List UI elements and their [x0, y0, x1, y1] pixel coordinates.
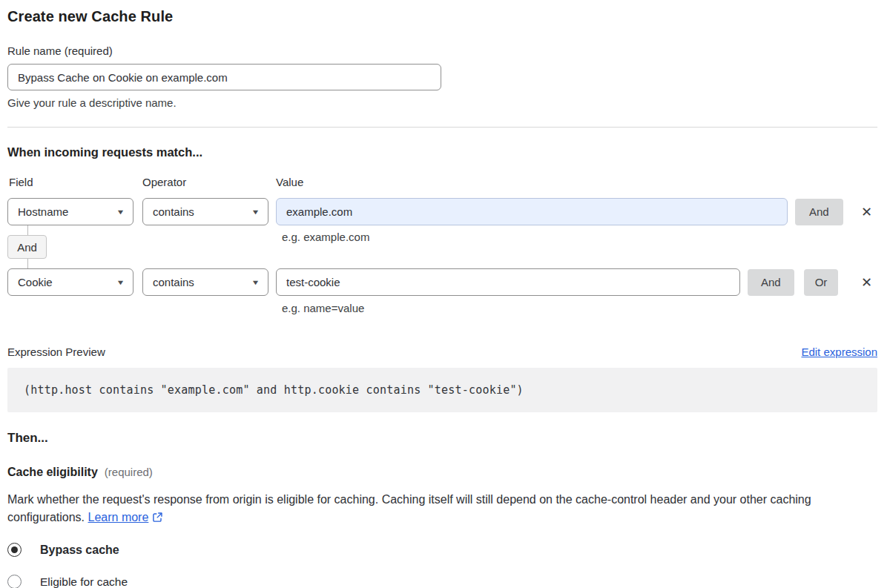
- close-icon: ✕: [861, 275, 872, 290]
- operator-select-row2[interactable]: contains ▼: [142, 268, 268, 296]
- connector-line-top: [27, 225, 28, 235]
- radio-option-1-label: Eligible for cache: [40, 575, 128, 588]
- field-select-row1-value: Hostname: [18, 205, 68, 218]
- rule-name-input[interactable]: [7, 64, 441, 90]
- condition-column-labels: Field Operator Value: [7, 176, 877, 188]
- chevron-down-icon: ▼: [116, 208, 125, 216]
- connector-zone: And e.g. example.com: [7, 225, 877, 268]
- page-title: Create new Cache Rule: [7, 8, 877, 25]
- condition-row-2: Cookie ▼ contains ▼ And Or ✕: [7, 268, 877, 296]
- expression-preview-label: Expression Preview: [7, 346, 105, 358]
- edit-expression-link[interactable]: Edit expression: [801, 346, 877, 358]
- cache-eligibility-heading-row: Cache eligibility (required): [7, 466, 877, 479]
- rule-name-label: Rule name (required): [7, 44, 877, 57]
- expression-code-block: (http.host contains "example.com" and ht…: [7, 368, 877, 412]
- cache-eligibility-description: Mark whether the request's response from…: [7, 491, 877, 528]
- field-column-label: Field: [7, 176, 142, 188]
- remove-condition-row1-button[interactable]: ✕: [860, 204, 874, 220]
- chevron-down-icon: ▼: [251, 279, 260, 286]
- radio-option-1[interactable]: Eligible for cache: [7, 575, 877, 588]
- create-cache-rule-page: Create new Cache Rule Rule name (require…: [0, 0, 890, 588]
- and-connector-button[interactable]: And: [7, 235, 47, 259]
- cache-eligibility-heading: Cache eligibility: [7, 466, 98, 479]
- value-hint-row2: e.g. name=value: [282, 302, 877, 314]
- expression-header: Expression Preview Edit expression: [7, 346, 877, 358]
- required-note: (required): [105, 466, 153, 478]
- then-heading: Then...: [7, 431, 877, 446]
- operator-select-row1[interactable]: contains ▼: [142, 198, 268, 225]
- radio-button-icon[interactable]: [7, 543, 22, 557]
- section-divider: [7, 127, 877, 128]
- field-select-row2[interactable]: Cookie ▼: [7, 268, 134, 296]
- close-icon: ✕: [861, 205, 872, 219]
- chevron-down-icon: ▼: [251, 208, 260, 216]
- expression-code: (http.host contains "example.com" and ht…: [24, 383, 524, 397]
- radio-option-0[interactable]: Bypass cache: [7, 543, 877, 557]
- operator-select-row1-value: contains: [153, 205, 194, 218]
- match-heading: When incoming requests match...: [7, 145, 877, 159]
- remove-condition-row2-button[interactable]: ✕: [860, 274, 874, 291]
- external-link-icon: [152, 510, 163, 528]
- operator-column-label: Operator: [142, 176, 276, 188]
- value-hint-row1: e.g. example.com: [282, 231, 369, 243]
- add-or-button-row2[interactable]: Or: [804, 269, 839, 296]
- radio-option-0-label: Bypass cache: [40, 544, 119, 557]
- condition-row-1: Hostname ▼ contains ▼ And ✕: [7, 198, 877, 225]
- connector-line-bottom: [27, 259, 28, 268]
- value-input-row2[interactable]: [276, 268, 740, 296]
- field-select-row1[interactable]: Hostname ▼: [7, 198, 134, 225]
- value-input-row1[interactable]: [276, 198, 788, 225]
- value-column-label: Value: [276, 176, 877, 188]
- add-and-button-row2[interactable]: And: [748, 269, 794, 296]
- operator-select-row2-value: contains: [153, 276, 194, 288]
- chevron-down-icon: ▼: [116, 279, 125, 286]
- rule-name-helper: Give your rule a descriptive name.: [7, 96, 877, 109]
- radio-button-icon[interactable]: [7, 575, 22, 588]
- field-select-row2-value: Cookie: [18, 276, 53, 288]
- learn-more-link[interactable]: Learn more: [88, 511, 149, 523]
- add-and-button-row1[interactable]: And: [795, 199, 843, 225]
